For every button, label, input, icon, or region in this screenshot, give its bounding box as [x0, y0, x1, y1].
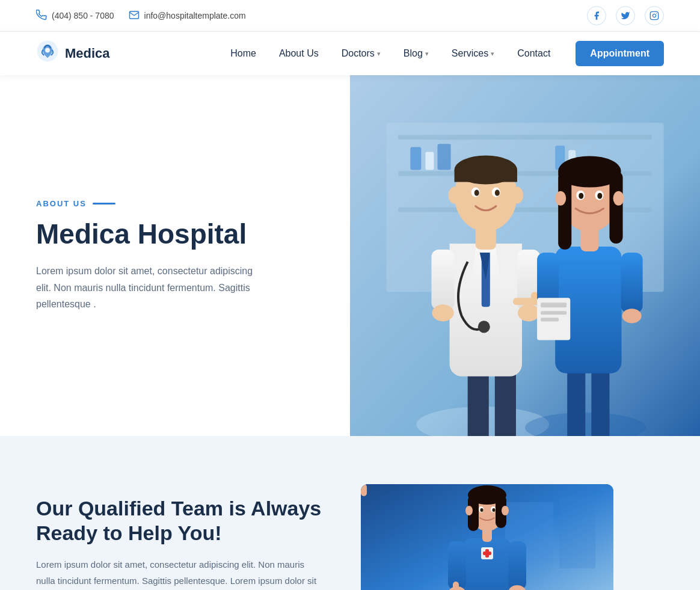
blog-chevron-icon: ▾ — [425, 50, 429, 58]
svg-point-62 — [597, 193, 602, 199]
svg-rect-68 — [559, 496, 595, 568]
logo[interactable]: Medica — [36, 40, 110, 67]
facebook-icon[interactable] — [587, 6, 606, 25]
svg-point-83 — [480, 508, 484, 512]
svg-point-63 — [555, 191, 566, 206]
logo-icon — [36, 40, 59, 67]
svg-rect-56 — [558, 171, 571, 250]
doctors-chevron-icon: ▾ — [377, 50, 381, 58]
email-item: info@hospitaltemplate.com — [129, 10, 246, 22]
nav-about[interactable]: About Us — [271, 43, 327, 64]
svg-rect-11 — [425, 152, 434, 170]
phone-item: (404) 850 - 7080 — [36, 10, 114, 22]
svg-point-39 — [511, 187, 523, 204]
qualified-image — [361, 484, 613, 590]
twitter-icon[interactable] — [616, 6, 635, 25]
svg-rect-89 — [483, 552, 491, 555]
nurse-visual — [361, 484, 613, 590]
hero-doctors-visual — [350, 75, 700, 436]
hero-image — [350, 75, 700, 436]
svg-rect-10 — [410, 147, 421, 170]
topbar: (404) 850 - 7080 info@hospitaltemplate.c… — [0, 0, 700, 32]
svg-rect-74 — [453, 582, 459, 590]
hero-section: ABOUT US Medica Hospital Lorem ipsum dol… — [0, 75, 700, 436]
topbar-left: (404) 850 - 7080 info@hospitaltemplate.c… — [36, 10, 246, 22]
svg-point-3 — [45, 48, 50, 52]
topbar-right — [587, 6, 664, 25]
svg-rect-7 — [398, 135, 651, 140]
section-label-line — [93, 203, 115, 204]
nav-links: Home About Us Doctors ▾ Blog ▾ Services … — [222, 41, 664, 66]
svg-point-26 — [432, 304, 453, 321]
svg-rect-73 — [361, 484, 367, 496]
nav-doctors[interactable]: Doctors ▾ — [333, 43, 389, 64]
hero-image-bg — [350, 75, 700, 436]
phone-icon — [36, 10, 47, 22]
email-text: info@hospitaltemplate.com — [144, 11, 246, 20]
svg-rect-49 — [541, 303, 566, 307]
appointment-button[interactable]: Appointment — [576, 41, 664, 66]
svg-rect-50 — [541, 311, 566, 315]
hero-left: ABOUT US Medica Hospital Lorem ipsum dol… — [0, 75, 350, 436]
services-chevron-icon: ▾ — [491, 50, 494, 58]
instagram-icon[interactable] — [645, 6, 664, 25]
svg-point-61 — [579, 193, 583, 199]
svg-point-86 — [502, 506, 509, 515]
svg-point-27 — [518, 304, 539, 321]
svg-point-58 — [558, 156, 621, 186]
svg-point-38 — [449, 187, 461, 204]
svg-rect-45 — [621, 253, 643, 313]
svg-rect-33 — [455, 170, 517, 182]
qualified-title: Our Qualified Team is Always Ready to He… — [36, 496, 325, 545]
svg-rect-51 — [541, 318, 559, 321]
nav-home[interactable]: Home — [222, 43, 265, 64]
svg-point-47 — [622, 309, 642, 323]
phone-text: (404) 850 - 7080 — [52, 11, 114, 20]
hero-description: Lorem ipsum dolor sit amet, consectetur … — [36, 263, 265, 312]
nav-blog[interactable]: Blog ▾ — [395, 43, 437, 64]
svg-point-84 — [493, 508, 496, 512]
svg-point-64 — [613, 191, 624, 206]
logo-text: Medica — [65, 46, 110, 61]
nav-contact[interactable]: Contact — [509, 43, 559, 64]
qualified-description: Lorem ipsum dolor sit amet, consectetur … — [36, 557, 325, 590]
hero-title: Medica Hospital — [36, 219, 314, 250]
svg-point-37 — [495, 190, 500, 196]
svg-rect-12 — [438, 144, 451, 170]
qualified-left: Our Qualified Team is Always Ready to He… — [36, 496, 325, 590]
svg-point-25 — [478, 321, 490, 333]
nav-services[interactable]: Services ▾ — [443, 43, 503, 64]
navbar: Medica Home About Us Doctors ▾ Blog ▾ Se… — [0, 32, 700, 75]
svg-rect-23 — [431, 250, 454, 310]
svg-rect-71 — [508, 541, 526, 589]
email-icon — [129, 10, 140, 22]
svg-point-36 — [474, 190, 479, 196]
svg-point-85 — [465, 506, 473, 515]
qualified-section: Our Qualified Team is Always Ready to He… — [0, 436, 700, 590]
svg-rect-57 — [609, 171, 622, 244]
svg-rect-0 — [650, 11, 658, 19]
svg-rect-69 — [463, 538, 511, 590]
section-label: ABOUT US — [36, 199, 314, 208]
